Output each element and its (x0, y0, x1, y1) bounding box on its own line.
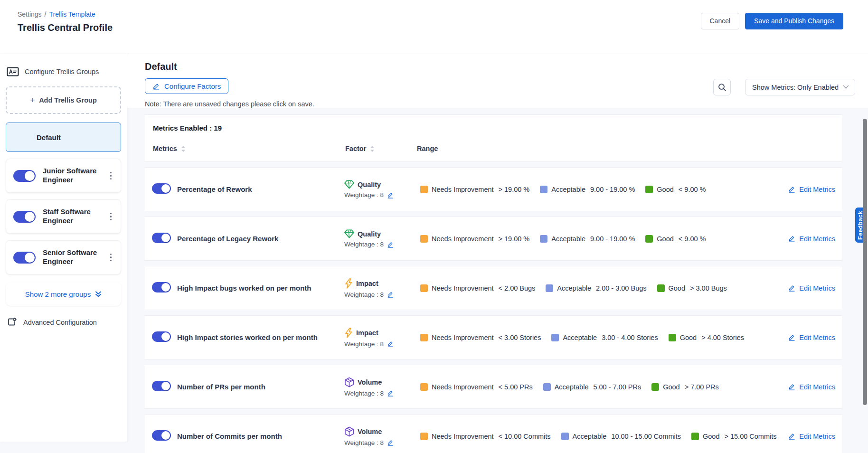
show-more-groups-label: Show 2 more groups (25, 290, 91, 298)
edit-weightage-icon[interactable] (387, 439, 394, 446)
range-chip-good: Good > 15.00 Commits (691, 433, 777, 440)
acceptable-swatch (551, 334, 559, 341)
edit-weightage-icon[interactable] (387, 241, 394, 248)
range-level-label: Acceptable (551, 186, 585, 193)
save-publish-button[interactable]: Save and Publish Changes (745, 13, 843, 29)
metric-name: Percentage of Rework (177, 185, 344, 193)
range-chip-needs-improvement: Needs Improvement < 2.00 Bugs (420, 284, 535, 292)
range-chip-needs-improvement: Needs Improvement < 3.00 Stories (420, 334, 541, 341)
group-toggle[interactable] (13, 170, 36, 182)
edit-metrics-button[interactable]: Edit Metrics (781, 433, 842, 440)
sort-icon[interactable] (370, 145, 375, 152)
sidebar-item-staff-software-engineer[interactable]: Staff Software Engineer (6, 199, 121, 234)
range-level-label: Acceptable (551, 235, 585, 243)
metric-toggle[interactable] (152, 331, 171, 342)
acceptable-swatch (540, 235, 547, 243)
group-toggle[interactable] (13, 252, 36, 264)
range-chip-good: Good > 3.00 Bugs (657, 284, 727, 292)
page-header: Settings / Trellis Template Trellis Cent… (0, 0, 868, 54)
sort-icon[interactable] (181, 145, 186, 152)
cancel-button[interactable]: Cancel (701, 13, 740, 29)
metric-toggle[interactable] (152, 183, 171, 194)
edit-metrics-label: Edit Metrics (799, 433, 835, 440)
good-swatch (645, 186, 653, 193)
edit-metrics-label: Edit Metrics (799, 383, 835, 391)
group-name: Junior Software Engineer (43, 167, 107, 185)
double-chevron-down-icon (95, 291, 102, 297)
show-more-groups-button[interactable]: Show 2 more groups (6, 282, 121, 306)
edit-weightage-icon[interactable] (387, 192, 394, 198)
edit-pencil-icon (788, 186, 795, 193)
factor-name: Quality (358, 230, 381, 238)
weightage-label: Weightage : 8 (344, 241, 384, 248)
needs-improvement-swatch (420, 383, 428, 391)
add-trellis-group-button[interactable]: + Add Trellis Group (6, 86, 121, 114)
edit-pencil-icon (788, 334, 795, 341)
chevron-down-icon (843, 85, 849, 89)
advanced-configuration-button[interactable]: Advanced Configuration (0, 306, 127, 327)
range-value: > 15.00 Commits (725, 433, 777, 440)
impact-icon (344, 278, 353, 289)
sidebar-item-junior-software-engineer[interactable]: Junior Software Engineer (6, 159, 121, 193)
weightage-label: Weightage : 8 (344, 340, 384, 348)
column-header-factor: Factor (345, 145, 366, 152)
range-level-label: Acceptable (557, 284, 591, 292)
metric-toggle[interactable] (152, 381, 171, 391)
range-value: < 9.00 % (679, 235, 706, 243)
edit-metrics-button[interactable]: Edit Metrics (781, 383, 842, 391)
configure-factors-button[interactable]: Configure Factors (145, 78, 228, 94)
sidebar-item-default[interactable]: Default (6, 123, 121, 152)
kebab-icon[interactable] (107, 211, 115, 223)
edit-metrics-button[interactable]: Edit Metrics (781, 284, 842, 292)
breadcrumb-settings[interactable]: Settings (18, 10, 42, 18)
edit-weightage-icon[interactable] (387, 390, 394, 396)
quality-icon (344, 229, 354, 238)
breadcrumb-trellis-template[interactable]: Trellis Template (49, 10, 95, 18)
vertical-scrollbar[interactable] (863, 119, 867, 405)
range-chip-needs-improvement: Needs Improvement < 10.00 Commits (420, 433, 551, 440)
good-swatch (645, 235, 653, 243)
quality-icon (344, 180, 354, 189)
range-value: < 10.00 Commits (499, 433, 551, 440)
kebab-icon[interactable] (107, 170, 115, 182)
group-heading: Default (145, 61, 855, 72)
needs-improvement-swatch (420, 284, 428, 292)
edit-metrics-button[interactable]: Edit Metrics (781, 186, 842, 193)
sidebar-section-title: Configure Trellis Groups (0, 54, 127, 85)
edit-metrics-button[interactable]: Edit Metrics (781, 334, 842, 341)
edit-pencil-icon (788, 235, 795, 242)
group-name: Staff Software Engineer (43, 208, 107, 226)
range-chip-needs-improvement: Needs Improvement < 5.00 PRs (420, 383, 533, 391)
range-value: > 19.00 % (499, 186, 530, 193)
search-button[interactable] (713, 79, 731, 95)
edit-metrics-label: Edit Metrics (799, 235, 835, 243)
factor-name: Impact (356, 280, 378, 287)
range-value: 9.00 - 19.00 % (590, 235, 635, 243)
sidebar-item-senior-software-engineer[interactable]: Senior Software Engineer (6, 240, 121, 274)
range-level-label: Good (657, 235, 673, 243)
group-toggle[interactable] (13, 211, 36, 223)
range-value: < 9.00 % (679, 186, 706, 193)
range-level-label: Good (669, 284, 685, 292)
range-level-label: Good (663, 383, 679, 391)
kebab-icon[interactable] (107, 252, 115, 264)
range-chip-acceptable: Acceptable 2.00 - 3.00 Bugs (546, 284, 646, 292)
weightage-label: Weightage : 8 (344, 390, 384, 397)
range-chip-good: Good < 9.00 % (645, 235, 706, 243)
metric-toggle[interactable] (152, 282, 171, 293)
configure-factors-label: Configure Factors (164, 82, 221, 90)
show-metrics-filter-select[interactable]: Show Metrics: Only Enabled (745, 79, 855, 95)
metric-name: High Impact bugs worked on per month (177, 284, 344, 292)
edit-metrics-label: Edit Metrics (799, 284, 835, 292)
column-header-metrics: Metrics (153, 145, 177, 152)
metric-toggle[interactable] (152, 430, 171, 441)
metrics-enabled-count: Metrics Enabled : 19 (145, 124, 842, 132)
range-value: > 3.00 Bugs (690, 284, 727, 292)
edit-metrics-button[interactable]: Edit Metrics (781, 235, 842, 243)
metric-toggle[interactable] (152, 233, 171, 243)
edit-weightage-icon[interactable] (387, 291, 394, 298)
edit-weightage-icon[interactable] (387, 340, 394, 347)
range-level-label: Acceptable (573, 433, 607, 440)
edit-pencil-icon (788, 383, 795, 390)
advanced-configuration-label: Advanced Configuration (23, 319, 97, 326)
